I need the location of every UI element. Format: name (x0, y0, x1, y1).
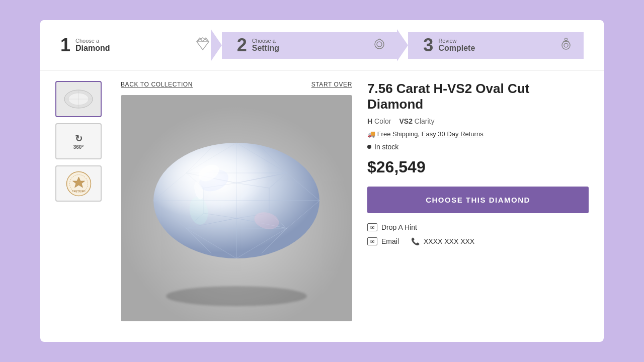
color-spec: H Color (367, 117, 391, 125)
nav-row: BACK TO COLLECTION START OVER (121, 81, 352, 88)
stepper: 1 Choose a Diamond 2 Choos (40, 20, 604, 71)
email-icon: ✉ (367, 237, 377, 245)
step-3-big: Complete (438, 44, 475, 53)
step-2-big: Setting (252, 44, 279, 53)
envelope-icon: ✉ (367, 223, 377, 231)
shipping-info: 🚚 Free Shipping, Easy 30 Day Returns (367, 130, 589, 138)
email-label: Email (381, 237, 399, 245)
svg-point-7 (377, 42, 382, 47)
step-3-small: Review (438, 38, 475, 44)
connector-1 (211, 29, 222, 61)
step-1-small: Choose a (75, 38, 110, 44)
svg-point-8 (562, 41, 570, 49)
svg-point-6 (375, 40, 384, 49)
product-title: 7.56 Carat H-VS2 Oval Cut Diamond (367, 81, 589, 112)
product-specs: H Color VS2 Clarity (367, 117, 589, 125)
step-1-text: Choose a Diamond (75, 38, 110, 53)
diamond-image (121, 95, 352, 321)
diamond-step-icon (195, 36, 211, 55)
connector-2 (397, 29, 408, 61)
step-3-number: 3 (423, 36, 433, 54)
product-price: $26,549 (367, 158, 589, 176)
step-2-number: 2 (237, 36, 247, 54)
image-section: BACK TO COLLECTION START OVER (121, 81, 352, 321)
drop-hint-link[interactable]: ✉ Drop A Hint (367, 223, 589, 231)
stock-status: In stock (367, 143, 589, 151)
stock-dot (367, 145, 371, 149)
step-1[interactable]: 1 Choose a Diamond (60, 36, 211, 55)
email-link[interactable]: ✉ Email (367, 237, 399, 245)
stock-text: In stock (374, 143, 398, 151)
gift-ring-step-icon (558, 36, 574, 55)
svg-point-9 (564, 43, 568, 47)
choose-diamond-button[interactable]: CHOOSE THIS DIAMOND (367, 187, 589, 213)
back-to-collection-link[interactable]: BACK TO COLLECTION (121, 81, 193, 88)
svg-point-61 (153, 143, 319, 258)
phone-icon: 📞 (411, 237, 420, 245)
step-2-text: Choose a Setting (252, 38, 279, 53)
thumbnail-list: ↻ 360° CERTIFIED (55, 81, 106, 321)
thumbnail-photo[interactable] (55, 81, 102, 117)
thumbnail-cert[interactable]: CERTIFIED (55, 165, 102, 202)
step-2-small: Choose a (252, 38, 279, 44)
step-1-big: Diamond (75, 44, 110, 53)
thumbnail-360[interactable]: ↻ 360° (55, 123, 102, 159)
hint-label: Drop A Hint (381, 223, 417, 231)
main-content: ↻ 360° CERTIFIED BACK TO COLLECTION STAR… (40, 71, 604, 331)
ring-step-icon (372, 36, 387, 55)
clarity-spec: VS2 Clarity (399, 117, 434, 125)
phone-label: XXXX XXX XXX (424, 237, 474, 245)
product-card: 1 Choose a Diamond 2 Choos (40, 20, 604, 342)
phone-link[interactable]: 📞 XXXX XXX XXX (411, 237, 474, 245)
start-over-link[interactable]: START OVER (311, 81, 352, 88)
svg-point-20 (166, 286, 307, 306)
svg-text:CERTIFIED: CERTIFIED (72, 190, 86, 193)
contact-links: ✉ Email 📞 XXXX XXX XXX (367, 237, 589, 245)
step-2[interactable]: 2 Choose a Setting (222, 32, 397, 59)
action-links: ✉ Drop A Hint ✉ Email 📞 XXXX XXX XXX (367, 223, 589, 245)
step-1-number: 1 (60, 36, 70, 54)
step-3-text: Review Complete (438, 38, 475, 53)
step-3[interactable]: 3 Review Complete (408, 32, 584, 59)
product-info: 7.56 Carat H-VS2 Oval Cut Diamond H Colo… (367, 81, 589, 321)
